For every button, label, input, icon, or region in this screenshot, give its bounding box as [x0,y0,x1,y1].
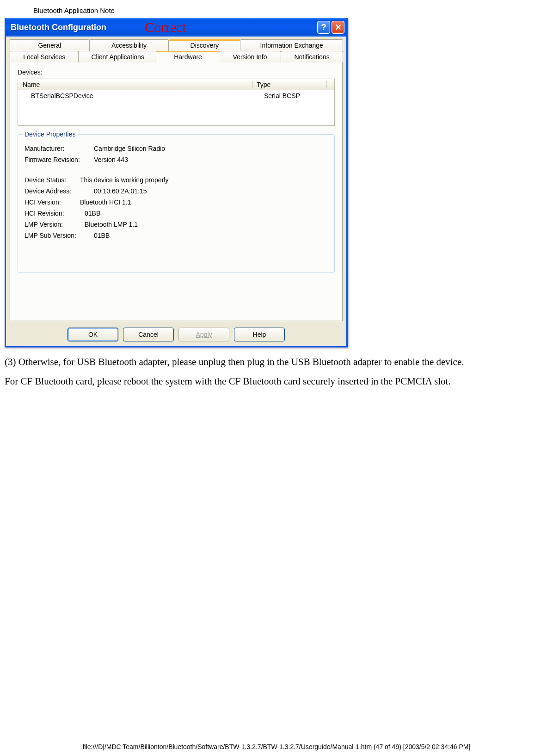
dialog-buttons: OK Cancel Apply Help [10,328,343,341]
prop-hci-revision: HCI Revision: 01BB [25,210,328,217]
prop-lmp-subversion: LMP Sub Version: 01BB [25,232,328,239]
titlebar: Bluetooth Configuration Correct ? ✕ [6,18,346,37]
prop-value: 01BB [94,232,110,239]
prop-label: LMP Version: [25,221,85,228]
prop-label: HCI Revision: [25,210,85,217]
col-header-name[interactable]: Name [18,81,253,88]
devices-table[interactable]: Name Type BTSerialBCSPDevice Serial BCSP [18,79,335,126]
cancel-button[interactable]: Cancel [123,328,174,341]
prop-value: 01BB [85,210,100,217]
prop-label: Firmware Revision: [25,156,94,163]
prop-value: Version 443 [94,156,128,163]
titlebar-title: Bluetooth Configuration [11,23,106,32]
tabs-row-2: Local Services Client Applications Hardw… [10,51,343,62]
tab-version-info[interactable]: Version Info [219,51,281,62]
prop-value: This device is working properly [80,176,168,184]
tab-accessibility[interactable]: Accessibility [89,39,169,51]
tab-hardware[interactable]: Hardware [157,51,219,62]
tab-panel-hardware: Devices: Name Type BTSerialBCSPDevice Se… [10,62,343,321]
document-header: Bluetooth Application Note [5,5,548,18]
tab-notifications[interactable]: Notifications [281,51,343,62]
prop-address: Device Address: 00:10:60:2A:01:15 [25,187,328,195]
prop-label: Device Status: [25,176,80,184]
devices-label: Devices: [18,68,335,76]
correct-annotation: Correct [145,19,186,35]
table-row[interactable]: BTSerialBCSPDevice Serial BCSP [18,90,334,101]
prop-spacer [25,167,328,173]
tab-general[interactable]: General [10,39,90,51]
device-type-cell: Serial BCSP [260,92,334,99]
devices-header: Name Type [18,79,334,90]
tab-client-applications[interactable]: Client Applications [78,51,157,62]
paragraph-cf: For CF Bluetooth card, please reboot the… [5,375,548,387]
device-name-cell: BTSerialBCSPDevice [18,92,260,99]
close-icon: ✕ [335,22,342,32]
col-header-type[interactable]: Type [253,81,327,88]
device-properties-legend: Device Properties [23,130,78,138]
footer-file-path: file:///D|/MDC Team/Billionton/Bluetooth… [0,743,553,750]
tab-information-exchange[interactable]: Information Exchange [240,39,343,51]
prop-value: Bluetooth LMP 1.1 [85,221,138,228]
prop-manufacturer: Manufacturer: Cambridge Silicon Radio [25,145,328,152]
prop-hci-version: HCI Version: Bluetooth HCI 1.1 [25,198,328,206]
prop-label: Device Address: [25,187,94,195]
help-icon: ? [321,23,326,32]
prop-value: Cambridge Silicon Radio [94,145,165,152]
prop-value: Bluetooth HCI 1.1 [80,198,131,206]
prop-label: HCI Version: [25,198,80,206]
tab-discovery[interactable]: Discovery [168,39,240,51]
device-properties-group: Device Properties Manufacturer: Cambridg… [18,134,335,273]
titlebar-close-button[interactable]: ✕ [332,21,344,34]
apply-label: Apply [196,331,212,338]
prop-firmware: Firmware Revision: Version 443 [25,156,328,163]
help-button[interactable]: Help [234,328,285,341]
ok-button[interactable]: OK [68,328,118,341]
tabs-row-1: General Accessibility Discovery Informat… [10,39,343,51]
prop-status: Device Status: This device is working pr… [25,176,328,184]
titlebar-help-button[interactable]: ? [317,21,330,34]
paragraph-usb: (3) Otherwise, for USB Bluetooth adapter… [5,356,548,368]
prop-label: LMP Sub Version: [25,232,94,239]
prop-lmp-version: LMP Version: Bluetooth LMP 1.1 [25,221,328,228]
bluetooth-config-dialog: Bluetooth Configuration Correct ? ✕ Gene… [5,18,348,347]
apply-button: Apply [178,328,229,341]
prop-label: Manufacturer: [25,145,94,152]
tab-local-services[interactable]: Local Services [10,51,79,62]
prop-value: 00:10:60:2A:01:15 [94,187,147,195]
